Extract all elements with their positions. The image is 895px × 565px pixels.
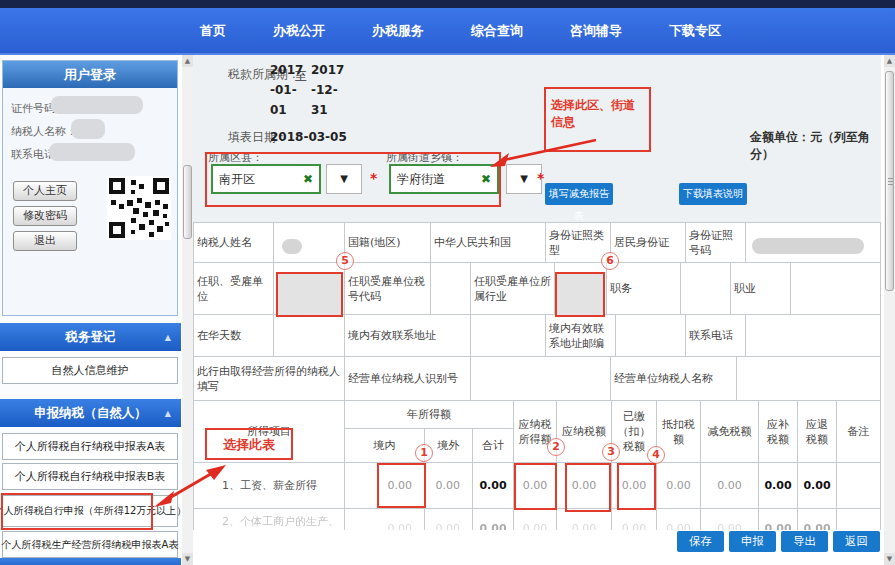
zip-label: 境内有效联系地址邮编: [546, 315, 616, 357]
collapse-arrow-icon[interactable]: ▲: [165, 333, 171, 342]
phone-cell[interactable]: [746, 315, 881, 357]
phone-label: 联系电话: [686, 315, 746, 357]
cell-overseas[interactable]: 0.00: [425, 463, 473, 509]
cell-taxable[interactable]: 0.00: [514, 463, 557, 509]
industry-input-highlighted[interactable]: [555, 272, 605, 317]
section-declaration-natural-person[interactable]: 申报纳税（自然人） ▲: [0, 399, 181, 427]
occupation-label: 职业: [731, 263, 791, 315]
table-row: 2、个体工商户的生产、经营所得 0.00 0.00 0.00 0.00 0.00…: [194, 509, 881, 531]
cell-overseas[interactable]: 0.00: [425, 509, 473, 531]
nav-tax-service[interactable]: 办税服务: [372, 22, 424, 40]
taxpayer-name-label: 纳税人名称：: [11, 124, 77, 139]
export-button[interactable]: 导出: [781, 531, 828, 552]
cell-deducted[interactable]: 0.00: [657, 509, 701, 531]
scrollbar-thumb[interactable]: [183, 165, 192, 239]
cell-deducted[interactable]: 0.00: [657, 463, 701, 509]
employer-tax-code-cell[interactable]: [431, 263, 471, 315]
cell-domestic[interactable]: 0.00: [345, 463, 425, 509]
district-dropdown[interactable]: 南开区 ✖: [211, 164, 321, 194]
sidebar-item-form-a[interactable]: 个人所得税自行纳税申报表A表: [2, 433, 178, 460]
download-instructions-button[interactable]: 下载填表说明: [679, 183, 747, 205]
col-annual-income: 年所得额: [345, 401, 514, 429]
cell-domestic[interactable]: 0.00: [345, 509, 425, 531]
cell-exempt[interactable]: 0.00: [701, 509, 759, 531]
cell-due: 0.00: [759, 509, 798, 531]
clear-icon[interactable]: ✖: [303, 172, 313, 186]
col-domestic: 境内: [345, 429, 425, 463]
id-number-cell[interactable]: [746, 223, 881, 263]
id-number-label: 身份证照号码: [686, 223, 746, 263]
cell-payable[interactable]: 0.00: [557, 509, 612, 531]
personal-home-button[interactable]: 个人主页: [13, 181, 77, 201]
page-scrollbar[interactable]: ▲ ▼: [884, 55, 895, 565]
back-button[interactable]: 返回: [833, 531, 880, 552]
col-tax-refund: 应退税额: [798, 401, 837, 463]
col-income-item: 所得项目: [194, 401, 345, 463]
cell-payable[interactable]: 0.00: [557, 463, 612, 509]
cell-paid[interactable]: 0.00: [612, 463, 657, 509]
occupation-cell[interactable]: [791, 263, 881, 315]
id-type-label: 身份证照类型: [546, 223, 611, 263]
street-label: 所属街道乡镇：: [386, 150, 463, 165]
section-tax-registration[interactable]: 税务登记 ▲: [0, 323, 181, 351]
nav-download[interactable]: 下载专区: [669, 22, 721, 40]
days-in-china-cell[interactable]: [274, 315, 345, 357]
employer-input-highlighted[interactable]: [276, 272, 343, 317]
business-note: 此行由取得经营所得的纳税人填写: [194, 357, 345, 401]
next-section-header-partial[interactable]: [0, 558, 181, 565]
cell-taxable[interactable]: 0.00: [514, 509, 557, 531]
street-required-mark: *: [537, 170, 544, 186]
nav-query[interactable]: 综合查询: [471, 22, 523, 40]
business-name-cell[interactable]: [737, 357, 881, 401]
cell-total: 0.00: [473, 509, 514, 531]
col-tax-exempt: 减免税额: [701, 401, 759, 463]
income-item-1: 1、工资、薪金所得: [194, 463, 345, 509]
sidebar-item-natural-person-info[interactable]: 自然人信息维护: [2, 357, 178, 384]
nav-consult[interactable]: 咨询辅导: [570, 22, 622, 40]
scroll-down-icon[interactable]: ▼: [884, 553, 895, 565]
zip-cell[interactable]: [616, 315, 686, 357]
scroll-up-icon[interactable]: ▲: [884, 55, 895, 67]
nationality-label: 国籍(地区): [345, 223, 431, 263]
declare-button[interactable]: 申报: [729, 531, 776, 552]
nav-home[interactable]: 首页: [200, 22, 226, 40]
logout-button[interactable]: 退出: [13, 231, 77, 251]
business-id-cell[interactable]: [471, 357, 611, 401]
post-cell[interactable]: [681, 263, 731, 315]
contact-info-row: 在华天数 境内有效联系地址 境内有效联系地址邮编 联系电话: [193, 314, 881, 357]
col-tax-payable: 应纳税额: [557, 401, 612, 463]
sidebar-item-form-b[interactable]: 个人所得税自行纳税申报表B表: [2, 463, 178, 490]
cell-paid[interactable]: 0.00: [612, 509, 657, 531]
section-declaration-label: 申报纳税（自然人）: [34, 405, 147, 422]
sidebar-item-self-declare-120k[interactable]: 个人所得税自行申报（年所得12万元以上）: [2, 495, 178, 527]
tax-period-to: 2017 -12- 31: [311, 60, 344, 120]
section-tax-registration-label: 税务登记: [66, 329, 116, 346]
id-number-value-redacted: [51, 96, 143, 114]
district-value: 南开区: [219, 171, 255, 188]
main-navigation: 首页 办税公开 办税服务 综合查询 咨询辅导 下载专区: [0, 8, 895, 55]
scroll-up-icon[interactable]: ▲: [182, 55, 193, 67]
save-button[interactable]: 保存: [677, 531, 724, 552]
col-tax-due: 应补税额: [759, 401, 798, 463]
scrollbar-thumb[interactable]: [885, 71, 894, 291]
cell-exempt[interactable]: 0.00: [701, 463, 759, 509]
address-cell[interactable]: [471, 315, 546, 357]
col-remark: 备注: [837, 401, 881, 463]
change-password-button[interactable]: 修改密码: [13, 206, 77, 226]
footer-bar: 保存 申报 导出 返回: [193, 530, 881, 565]
clear-icon[interactable]: ✖: [481, 172, 491, 186]
fill-reduction-report-button[interactable]: 填写减免报告表: [545, 183, 613, 205]
cell-remark[interactable]: [837, 509, 881, 531]
sidebar-item-business-form-a[interactable]: 个人所得税生产经营所得纳税申报表A表: [2, 531, 178, 558]
nav-tax-public[interactable]: 办税公开: [273, 22, 325, 40]
cell-remark[interactable]: [837, 463, 881, 509]
street-dropdown[interactable]: 学府街道 ✖: [389, 164, 499, 194]
collapse-arrow-icon[interactable]: ▲: [165, 409, 171, 418]
col-taxable-income: 应纳税所得额: [514, 401, 557, 463]
scroll-down-icon[interactable]: ▼: [182, 553, 193, 565]
inner-scrollbar[interactable]: ▲ ▼: [182, 55, 193, 565]
district-dropdown-toggle[interactable]: ▼: [326, 164, 362, 194]
table-row: 1、工资、薪金所得 0.00 0.00 0.00 0.00 0.00 0.00 …: [194, 463, 881, 509]
id-type-value: 居民身份证: [611, 223, 686, 263]
taxpayer-name-cell[interactable]: [274, 223, 345, 263]
